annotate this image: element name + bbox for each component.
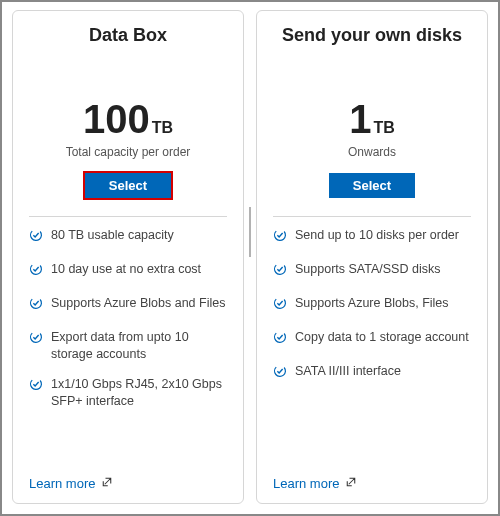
check-icon [29,262,45,281]
divider [29,216,227,217]
feature-item: 80 TB usable capacity [29,227,227,247]
feature-item: Supports Azure Blobs, Files [273,295,471,315]
capacity-subtitle: Total capacity per order [29,145,227,159]
feature-item: 1x1/10 Gbps RJ45, 2x10 Gbps SFP+ interfa… [29,376,227,410]
feature-text: SATA II/III interface [295,363,471,380]
feature-text: 10 day use at no extra cost [51,261,227,278]
feature-item: 10 day use at no extra cost [29,261,227,281]
feature-item: Send up to 10 disks per order [273,227,471,247]
learn-more-link[interactable]: Learn more [273,476,471,491]
check-icon [29,377,45,396]
capacity-value: 1 [349,99,371,139]
learn-more-link[interactable]: Learn more [29,476,227,491]
feature-text: Supports Azure Blobs, Files [295,295,471,312]
select-button[interactable]: Select [85,173,171,198]
feature-text: 80 TB usable capacity [51,227,227,244]
divider [273,216,471,217]
capacity-block: 100TB Total capacity per order [29,99,227,159]
capacity-subtitle: Onwards [273,145,471,159]
check-icon [273,228,289,247]
feature-text: Copy data to 1 storage account [295,329,471,346]
capacity-block: 1TB Onwards [273,99,471,159]
feature-list: Send up to 10 disks per order Supports S… [273,227,471,476]
feature-text: Send up to 10 disks per order [295,227,471,244]
external-link-icon [345,476,357,491]
card-data-box: Data Box 100TB Total capacity per order … [12,10,244,504]
check-icon [273,296,289,315]
check-icon [29,330,45,349]
capacity-unit: TB [152,119,173,136]
capacity-value: 100 [83,99,150,139]
check-icon [273,330,289,349]
feature-text: Export data from upto 10 storage account… [51,329,227,363]
feature-item: Supports Azure Blobs and Files [29,295,227,315]
feature-list: 80 TB usable capacity 10 day use at no e… [29,227,227,476]
learn-more-label: Learn more [29,476,95,491]
check-icon [273,364,289,383]
card-send-your-own-disks: Send your own disks 1TB Onwards Select S… [256,10,488,504]
select-button-wrap: Select [273,173,471,198]
feature-item: Supports SATA/SSD disks [273,261,471,281]
vertical-separator [250,207,251,257]
check-icon [273,262,289,281]
check-icon [29,296,45,315]
feature-text: Supports SATA/SSD disks [295,261,471,278]
pricing-cards-container: Data Box 100TB Total capacity per order … [2,2,498,514]
capacity-unit: TB [373,119,394,136]
check-icon [29,228,45,247]
card-title: Data Box [29,25,227,69]
select-button-wrap: Select [29,173,227,198]
feature-item: SATA II/III interface [273,363,471,383]
learn-more-label: Learn more [273,476,339,491]
feature-item: Copy data to 1 storage account [273,329,471,349]
feature-text: 1x1/10 Gbps RJ45, 2x10 Gbps SFP+ interfa… [51,376,227,410]
external-link-icon [101,476,113,491]
select-button[interactable]: Select [329,173,415,198]
feature-text: Supports Azure Blobs and Files [51,295,227,312]
feature-item: Export data from upto 10 storage account… [29,329,227,363]
card-title: Send your own disks [273,25,471,69]
